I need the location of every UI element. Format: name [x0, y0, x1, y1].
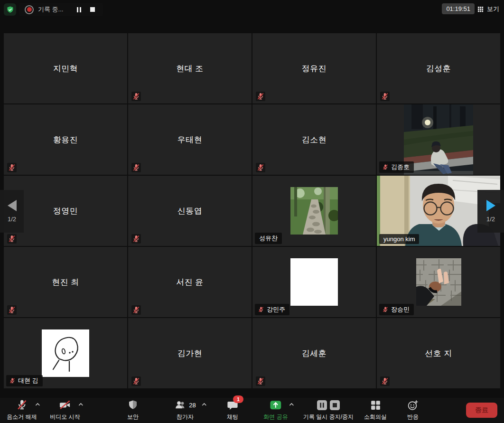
next-page-button[interactable]: 1/2: [477, 190, 504, 233]
page-indicator: 1/2: [8, 216, 16, 223]
muted-mic-icon: [131, 234, 141, 244]
screen-share-arrow-icon: [270, 399, 282, 411]
recording-label: 기록 중...: [38, 5, 63, 14]
reactions-button[interactable]: 반응: [407, 398, 419, 421]
top-bar: 기록 중... 01:19:51 보기: [0, 0, 504, 33]
participant-name: 대현 김: [18, 376, 38, 385]
participant-tile[interactable]: 현진 최: [4, 247, 127, 317]
people-icon: [174, 399, 187, 411]
participant-tile[interactable]: 김성훈: [377, 33, 500, 103]
muted-mic-icon: [131, 305, 141, 315]
unmute-button[interactable]: 음소거 해제: [7, 398, 37, 421]
name-chip: 강민주: [255, 304, 289, 315]
participant-tile[interactable]: 장승민: [377, 247, 500, 317]
unmute-label: 음소거 해제: [7, 413, 37, 421]
recording-indicator: 기록 중...: [19, 3, 103, 16]
muted-mic-icon: [131, 163, 141, 172]
profile-photo-night-street: [404, 104, 473, 175]
participant-tile[interactable]: 강민주: [252, 247, 376, 317]
profile-photo-forest-path: [290, 187, 338, 235]
grid-2x2-icon: [370, 399, 382, 411]
muted-mic-icon: [380, 376, 390, 386]
participants-button[interactable]: 28 참가자: [174, 398, 196, 421]
participant-name: 김소현: [252, 104, 376, 175]
muted-mic-icon: [7, 163, 17, 172]
chevron-up-icon[interactable]: [202, 403, 207, 406]
muted-mic-icon: [9, 377, 16, 384]
participant-tile[interactable]: 선호 지: [377, 318, 500, 388]
chevron-left-icon: [8, 200, 17, 211]
profile-photo-doodle-face: [42, 329, 89, 377]
muted-mic-icon: [7, 234, 17, 244]
camera-off-icon: [59, 399, 72, 411]
participant-name: 김종호: [391, 163, 410, 171]
view-button[interactable]: 보기: [477, 5, 499, 13]
muted-mic-icon: [380, 92, 390, 101]
end-meeting-button[interactable]: 종료: [466, 403, 497, 418]
participant-tile[interactable]: 김가현: [128, 318, 252, 388]
muted-mic-icon: [131, 376, 141, 386]
muted-mic-icon: [7, 305, 17, 315]
chevron-up-icon[interactable]: [35, 403, 40, 406]
muted-mic-icon: [256, 92, 265, 101]
participant-name: 현대 조: [128, 33, 252, 103]
participant-tile[interactable]: 서진 윤: [128, 247, 252, 317]
participant-name: 신동엽: [128, 176, 252, 246]
recording-controls-label: 기록 일시 중지/중지: [303, 413, 354, 421]
breakout-rooms-button[interactable]: 소회의실: [364, 398, 387, 421]
participant-tile[interactable]: 정유진: [252, 33, 376, 103]
pause-recording-button[interactable]: [74, 5, 84, 14]
participant-tile[interactable]: 김종호: [377, 104, 500, 175]
security-verified-icon[interactable]: [4, 3, 16, 16]
participant-name: 서진 윤: [128, 247, 252, 317]
chevron-up-icon[interactable]: [289, 403, 295, 406]
muted-mic-icon: [256, 163, 265, 172]
participant-tile[interactable]: 김소현: [252, 104, 376, 175]
meeting-toolbar: 음소거 해제 비디오 시작 보안: [0, 398, 504, 423]
participant-name: 김가현: [128, 318, 252, 388]
participant-count: 28: [189, 402, 196, 409]
pause-recording-icon[interactable]: [317, 400, 327, 410]
muted-mic-icon: [382, 306, 389, 313]
participant-name: 김세훈: [252, 318, 376, 388]
chat-label: 채팅: [227, 413, 238, 421]
muted-mic-icon: [258, 306, 264, 313]
security-button[interactable]: 보안: [127, 398, 139, 421]
security-label: 보안: [127, 413, 139, 421]
pause-icon: [77, 7, 81, 12]
participant-name: 지민혁: [4, 33, 127, 103]
muted-mic-icon: [382, 164, 389, 170]
name-chip: 장승민: [379, 304, 414, 315]
shield-icon: [127, 399, 139, 411]
participant-tile[interactable]: 김세훈: [252, 318, 376, 388]
participant-tile[interactable]: 대현 김: [4, 318, 127, 388]
participant-tile[interactable]: 성유찬: [252, 176, 376, 246]
participant-name: 정유진: [252, 33, 376, 103]
participant-tile[interactable]: 신동엽: [128, 176, 252, 246]
recording-controls[interactable]: 기록 일시 중지/중지: [303, 398, 354, 421]
chat-button[interactable]: 1 채팅: [226, 398, 239, 421]
name-chip: 김종호: [379, 161, 414, 173]
chat-badge: 1: [233, 395, 243, 403]
mic-muted-icon: [16, 399, 28, 411]
participant-grid: 지민혁 현대 조 정유진 김성훈 황용진 우태현 김소현: [4, 33, 500, 388]
stop-recording-icon[interactable]: [330, 400, 340, 410]
participant-name: 황용진: [4, 104, 127, 175]
chevron-up-icon[interactable]: [78, 403, 84, 406]
participant-tile[interactable]: 우태현: [128, 104, 252, 175]
participant-tile[interactable]: 현대 조: [128, 33, 252, 103]
start-video-button[interactable]: 비디오 시작: [50, 398, 80, 421]
participant-name: 선호 지: [377, 318, 500, 388]
stop-recording-button[interactable]: [88, 5, 97, 14]
participant-tile[interactable]: 황용진: [4, 104, 127, 175]
view-label: 보기: [487, 5, 499, 13]
participant-name: 강민주: [267, 305, 285, 314]
participant-tile[interactable]: 지민혁: [4, 33, 127, 103]
chevron-right-icon: [486, 200, 495, 211]
profile-photo-blank-white: [290, 258, 338, 306]
meeting-timer: 01:19:51: [442, 3, 475, 14]
share-screen-button[interactable]: 화면 공유: [263, 398, 288, 421]
participant-name: 장승민: [391, 305, 410, 314]
muted-mic-icon: [131, 92, 141, 101]
previous-page-button[interactable]: 1/2: [0, 190, 24, 233]
